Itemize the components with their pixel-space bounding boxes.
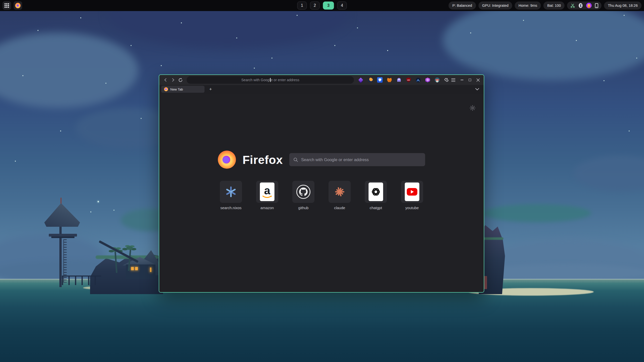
gem-extension-icon[interactable] (358, 77, 364, 83)
newtab-search-input[interactable] (301, 157, 421, 162)
urlbar-input[interactable]: Search with Google or enter address (187, 76, 354, 84)
newtab-hero: Firefox (218, 151, 425, 169)
tab-strip: New Tab + (159, 85, 484, 94)
shortcuts-row: search.nixos a amazon (159, 181, 484, 210)
search-icon (293, 157, 298, 162)
shortcut-label: amazon (260, 206, 274, 210)
vpn-extension-icon[interactable] (415, 77, 421, 83)
clock[interactable]: Thu Aug 08, 18:26 (604, 2, 641, 10)
firefox-launcher-button[interactable] (14, 1, 22, 10)
ublock-extension-icon[interactable]: UO (406, 77, 411, 83)
gear-icon (469, 105, 476, 111)
firefox-wordmark: Firefox (243, 153, 283, 167)
app-grid-icon (5, 3, 9, 8)
menu-button[interactable] (450, 76, 457, 83)
shortcut-search-nixos[interactable]: search.nixos (220, 181, 242, 210)
gem-icon (358, 77, 363, 82)
arc-icon (416, 78, 421, 82)
ublock-shield-icon: UO (406, 78, 411, 82)
navigation-toolbar: Search with Google or enter address UO (159, 75, 484, 85)
newtab-search-field[interactable] (289, 153, 425, 166)
battery-status[interactable]: Bat: 100 (543, 2, 565, 10)
minimize-icon (461, 80, 463, 80)
shortcut-label: youtube (405, 206, 419, 210)
extensions-button[interactable] (444, 77, 450, 83)
shortcut-youtube[interactable]: youtube (401, 181, 423, 210)
extensions-row: UO (358, 77, 450, 83)
scissors-icon[interactable] (570, 3, 575, 8)
maximize-icon (469, 79, 471, 81)
shortcut-amazon[interactable]: a amazon (256, 181, 278, 210)
phone-icon[interactable] (595, 3, 598, 8)
chevron-left-icon (165, 79, 166, 81)
metamask-extension-icon[interactable] (387, 77, 392, 83)
power-profile-status[interactable]: P: Balanced (449, 2, 476, 10)
watchtower-beam (51, 237, 74, 238)
close-icon (476, 78, 480, 82)
bluetooth-icon[interactable] (578, 3, 583, 8)
gpu-status[interactable]: GPU: Integrated (478, 2, 512, 10)
moon-extension-icon[interactable] (368, 77, 373, 83)
ping-status[interactable]: Home: 9ms (515, 2, 541, 10)
new-tab-button[interactable]: + (207, 86, 214, 93)
workspace-1[interactable]: 1 (297, 2, 307, 10)
urlbar-placeholder: Search with Googl (241, 78, 270, 82)
top-bar: 1 2 3 4 P: Balanced GPU: Integrated Home… (0, 0, 644, 11)
hut-window (150, 267, 151, 272)
urlbar-placeholder: e or enter address (271, 78, 299, 82)
firefox-window: Search with Google or enter address UO (159, 74, 484, 293)
shortcut-github[interactable]: github (292, 181, 314, 210)
hexagon-icon (425, 78, 430, 82)
flame-icon (587, 4, 591, 8)
reload-icon (178, 78, 183, 82)
claude-starburst-icon (334, 186, 346, 198)
ghostery-extension-icon[interactable] (396, 77, 402, 83)
desktop: 1 2 3 4 P: Balanced GPU: Integrated Home… (0, 0, 644, 362)
cloud (483, 204, 591, 222)
forward-button[interactable] (169, 76, 177, 83)
reload-button[interactable] (177, 76, 184, 83)
monkey-icon (435, 77, 440, 82)
tab-new-tab[interactable]: New Tab (161, 86, 205, 93)
watchtower-platform (49, 234, 77, 237)
personalize-button[interactable] (469, 104, 476, 112)
app-launcher-button[interactable] (3, 1, 11, 10)
firefox-logo (218, 151, 236, 169)
workspace-switcher: 1 2 3 4 (297, 2, 347, 10)
maximize-button[interactable] (467, 77, 473, 83)
firefox-icon (15, 3, 21, 8)
tab-title: New Tab (170, 87, 183, 91)
list-all-tabs-button[interactable] (475, 87, 479, 92)
shortcut-label: search.nixos (220, 206, 242, 210)
firefox-favicon (164, 87, 168, 91)
minimize-button[interactable] (459, 77, 465, 83)
chevron-down-icon (475, 88, 479, 90)
watchtower-finial (60, 198, 62, 204)
hamburger-icon (451, 78, 455, 82)
github-octocat-icon (296, 185, 310, 199)
youtube-play-icon (407, 188, 417, 196)
hexagon-extension-icon[interactable] (425, 77, 430, 83)
workspace-2[interactable]: 2 (310, 2, 320, 10)
shortcut-chatgpt[interactable]: chatgpt (365, 181, 387, 210)
shield-icon (379, 78, 381, 82)
back-button[interactable] (162, 76, 169, 83)
ghost-icon (397, 78, 401, 82)
watchtower-ladder (63, 239, 67, 283)
workspace-3-active[interactable]: 3 (323, 2, 334, 10)
close-button[interactable] (475, 77, 481, 83)
hut-window (131, 267, 134, 270)
bright-star (98, 201, 99, 202)
shortcut-claude[interactable]: claude (329, 181, 351, 210)
newtab-page: Firefox (159, 94, 484, 292)
chevron-right-icon (172, 79, 174, 81)
hut-window (135, 267, 138, 270)
pier (62, 276, 101, 285)
system-tray (567, 2, 601, 10)
shortcut-label: claude (334, 206, 345, 210)
monkey-extension-icon[interactable] (434, 77, 440, 83)
workspace-4[interactable]: 4 (337, 2, 347, 10)
bitwarden-extension-icon[interactable] (377, 77, 383, 83)
flame-tray-icon[interactable] (586, 3, 592, 8)
shortcut-label: chatgpt (370, 206, 382, 210)
